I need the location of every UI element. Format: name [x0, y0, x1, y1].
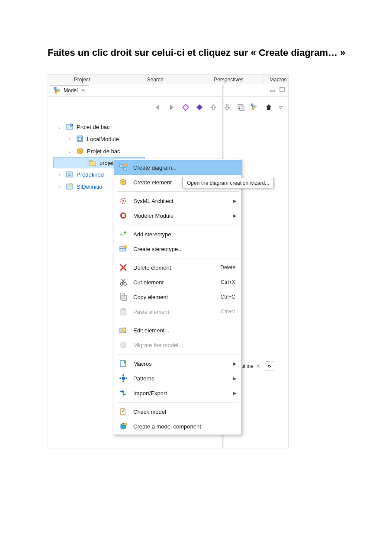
- menu-separator: [117, 225, 239, 225]
- menu-create-stereotype-label: Create stereotype...: [133, 246, 237, 252]
- tree-predefined-label: Predefined: [77, 171, 104, 178]
- menu-add-stereotype[interactable]: «» Add stereotype: [114, 227, 241, 242]
- home-icon[interactable]: [264, 103, 273, 112]
- svg-point-16: [70, 124, 73, 126]
- diamond-outline-icon[interactable]: [181, 103, 190, 112]
- macros-icon: [119, 359, 128, 368]
- menu-separator: [117, 258, 239, 258]
- create-diagram-icon: [119, 163, 128, 172]
- tree-icon: [53, 86, 61, 95]
- top-menubar: Project Search Perspectives Macros: [48, 75, 288, 84]
- link-icon[interactable]: [265, 361, 274, 371]
- svg-point-51: [122, 380, 124, 382]
- menu-macros[interactable]: Macros ▶: [114, 356, 241, 371]
- diamond-filled-icon[interactable]: [195, 103, 204, 112]
- menu-sysml-architect[interactable]: SysML Architect ▶: [114, 193, 241, 208]
- chevron-right-icon[interactable]: ›: [56, 171, 63, 178]
- menu-import-export[interactable]: Import/Export ▶: [114, 386, 241, 400]
- menu-macros[interactable]: Macros: [263, 75, 289, 84]
- back-arrow-icon[interactable]: [153, 103, 163, 112]
- panel-header: Model ✕: [48, 84, 288, 97]
- chevron-right-icon[interactable]: ›: [56, 183, 63, 190]
- svg-rect-25: [124, 168, 127, 170]
- svg-point-27: [124, 164, 127, 166]
- collapse-all-icon[interactable]: [236, 103, 246, 112]
- svg-point-29: [122, 200, 124, 202]
- menu-modeler-module[interactable]: Modeler Module ▶: [114, 208, 241, 223]
- tab-model[interactable]: Model ✕: [49, 85, 89, 96]
- submenu-arrow-icon: ▶: [233, 213, 237, 219]
- menu-paste-element-label: Paste element: [133, 309, 215, 315]
- menu-search[interactable]: Search: [116, 75, 194, 84]
- up-arrow-icon[interactable]: [209, 103, 218, 112]
- tree-sidef-label: SIDefinitio: [77, 184, 102, 190]
- tree-proj2-row[interactable]: ⌄ Projet de bac: [52, 145, 288, 157]
- component-icon: [119, 422, 128, 431]
- menu-create-diagram[interactable]: Create diagram...: [114, 160, 241, 175]
- svg-point-35: [124, 245, 127, 248]
- svg-point-53: [124, 423, 127, 425]
- check-model-icon: [119, 407, 128, 416]
- chevron-down-icon[interactable]: ⌄: [66, 148, 73, 155]
- sidef-icon: [65, 182, 74, 191]
- menu-delete-element[interactable]: Delete element Delete: [114, 260, 241, 275]
- svg-rect-6: [280, 87, 284, 92]
- tree-view-icon[interactable]: [250, 103, 260, 112]
- import-export-icon: [119, 388, 128, 398]
- chevron-right-icon[interactable]: ›: [66, 135, 73, 142]
- svg-rect-12: [252, 108, 254, 110]
- minimize-icon[interactable]: [269, 86, 276, 93]
- menu-sysml-architect-label: SysML Architect: [133, 198, 228, 204]
- tree-root-label: Projet de bac: [77, 124, 110, 130]
- project-icon: [65, 122, 74, 131]
- menu-edit-element-label: Edit element...: [133, 327, 237, 334]
- svg-rect-39: [122, 295, 126, 300]
- menu-separator: [117, 402, 239, 403]
- submenu-arrow-icon: ▶: [233, 198, 237, 204]
- menu-project[interactable]: Project: [48, 75, 116, 84]
- copy-icon: [119, 292, 128, 302]
- menu-separator: [117, 354, 239, 354]
- menu-perspectives[interactable]: Perspectives: [194, 75, 263, 84]
- delete-icon: [119, 263, 128, 272]
- edit-icon: [119, 325, 128, 335]
- menu-patterns[interactable]: Patterns ▶: [114, 371, 241, 386]
- menu-create-component[interactable]: Create a model component: [114, 419, 241, 434]
- tab-outline[interactable]: Outline ✕: [237, 361, 274, 372]
- svg-rect-11: [254, 106, 256, 107]
- cube-icon: [76, 147, 84, 155]
- modeler-icon: [119, 211, 128, 220]
- svg-rect-43: [122, 308, 125, 310]
- svg-rect-18: [78, 137, 81, 140]
- tab-model-label: Model: [64, 87, 78, 93]
- close-icon[interactable]: ✕: [256, 363, 260, 369]
- tooltip: Open the diagram creation wizard...: [182, 178, 274, 188]
- svg-point-50: [125, 377, 127, 379]
- dropdown-triangle-icon[interactable]: [278, 103, 284, 112]
- predefined-icon: [65, 170, 74, 179]
- svg-rect-0: [54, 87, 56, 90]
- close-icon[interactable]: ✕: [81, 87, 85, 93]
- chevron-down-icon[interactable]: ⌄: [56, 123, 63, 130]
- menu-create-component-label: Create a model component: [133, 423, 237, 430]
- tree-localmodule-row[interactable]: › LocalModule: [52, 133, 288, 145]
- menu-check-model[interactable]: Check model: [114, 404, 241, 419]
- patterns-icon: [119, 374, 128, 383]
- menu-copy-element[interactable]: Copy element Ctrl+C: [114, 290, 241, 304]
- shortcut-delete: Delete: [220, 264, 237, 271]
- tree-root-row[interactable]: ⌄ Projet de bac: [52, 121, 288, 133]
- svg-point-23: [70, 184, 72, 186]
- menu-edit-element[interactable]: Edit element...: [114, 323, 241, 338]
- menu-separator: [117, 191, 239, 192]
- menu-create-stereotype[interactable]: Create stereotype...: [114, 242, 241, 256]
- menu-patterns-label: Patterns: [133, 375, 228, 382]
- forward-arrow-icon[interactable]: [167, 103, 177, 112]
- svg-point-36: [120, 283, 123, 285]
- maximize-icon[interactable]: [279, 86, 286, 93]
- menu-cut-element[interactable]: Cut element Ctrl+X: [114, 275, 241, 290]
- menu-delete-element-label: Delete element: [133, 264, 215, 271]
- shortcut-copy: Ctrl+C: [221, 294, 237, 300]
- svg-rect-20: [90, 161, 92, 162]
- svg-rect-31: [122, 214, 125, 217]
- shortcut-paste: Ctrl+V: [221, 309, 237, 315]
